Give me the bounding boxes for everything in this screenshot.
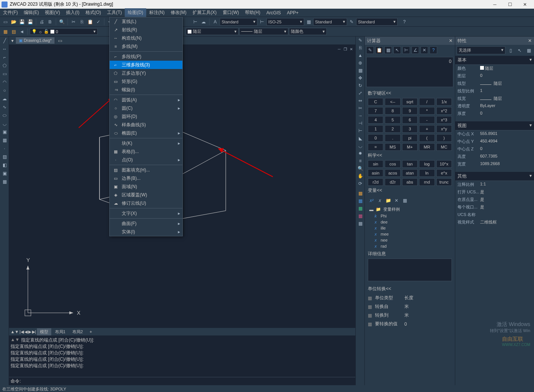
calc-angle-icon[interactable]: ∠ — [412, 46, 419, 54]
fillet-icon[interactable]: ◡ — [356, 142, 365, 150]
polygon-icon[interactable]: ⬠ — [0, 61, 9, 70]
erase-icon[interactable]: ✎ — [356, 37, 365, 44]
calc-key[interactable]: e^x — [436, 169, 452, 177]
calc-key[interactable]: x^2 — [436, 107, 452, 115]
maximize-button[interactable]: ☐ — [502, 0, 517, 9]
menu-item[interactable]: 视图(V) — [42, 8, 63, 17]
match-icon[interactable]: ✓ — [95, 18, 102, 26]
calc-key[interactable]: <-- — [385, 98, 400, 106]
calc-key[interactable]: C — [368, 98, 383, 106]
property-row[interactable]: 线宽随层 — [455, 95, 534, 103]
pan-icon[interactable]: ✋ — [356, 172, 365, 180]
menu-item[interactable]: 文件(F) — [0, 8, 21, 17]
var-edit-icon[interactable]: x — [376, 197, 384, 204]
menu-item[interactable]: ArcGIS — [263, 9, 284, 17]
point-icon[interactable]: · — [0, 144, 9, 153]
extend-icon[interactable]: → — [356, 112, 365, 119]
calc-key[interactable]: tan — [402, 160, 418, 168]
property-row[interactable]: 中心点 X555.8901 — [455, 130, 534, 138]
menu-item[interactable]: 工具(T) — [104, 8, 125, 17]
selection-combo[interactable]: 无选择 ▾ — [457, 46, 505, 54]
property-value[interactable]: 随层 — [480, 96, 532, 101]
unit-value[interactable]: 0 — [404, 322, 407, 327]
dim-style-icon[interactable]: ⊢ — [258, 18, 266, 26]
variable-row[interactable]: xnee — [368, 237, 452, 243]
calc-key[interactable]: 5 — [385, 116, 400, 124]
property-value[interactable]: 0 — [480, 73, 532, 79]
close-button[interactable]: ✕ — [517, 0, 532, 9]
property-row[interactable]: UCS 名称 — [455, 211, 534, 219]
calc-key[interactable]: 8 — [385, 107, 400, 115]
menu-row[interactable]: ↔构造线(N) — [110, 34, 182, 42]
quick-select-icon[interactable]: ▯ — [507, 47, 514, 54]
mirror-icon[interactable]: ▲ — [356, 52, 365, 59]
property-value[interactable]: 随层 — [480, 66, 532, 71]
calc-key[interactable]: 1/x — [436, 98, 452, 106]
calc-getpoint-icon[interactable]: ↖ — [393, 46, 401, 54]
properties-close-icon[interactable]: ✕ — [528, 38, 532, 43]
calc-key[interactable]: ( — [419, 134, 435, 142]
menu-row[interactable]: ☁修订云线(U) — [110, 199, 182, 207]
menu-row[interactable]: ⌐三维多段线(3) — [110, 61, 182, 69]
calc-key[interactable]: 9 — [402, 107, 418, 115]
property-row[interactable]: 宽度1089.2668 — [455, 161, 534, 168]
tab-model[interactable]: 模型 — [37, 328, 51, 335]
details-header[interactable]: 详细信息 — [365, 249, 455, 259]
calc-key[interactable]: abs — [402, 178, 418, 186]
menu-row[interactable]: ⌐多段线(P) — [110, 52, 182, 61]
menu-row[interactable]: 块(K)▸ — [110, 139, 182, 147]
menu-row[interactable]: ▭矩形(G) — [110, 77, 182, 86]
join-icon[interactable]: ⊢ — [356, 127, 365, 135]
calc-key[interactable]: / — [419, 98, 435, 106]
rectangle-icon[interactable]: ▭ — [0, 70, 9, 78]
tab-layout2[interactable]: 布局2 — [69, 328, 86, 335]
cmd-expand-icon[interactable]: ▲▼ — [11, 337, 20, 342]
prop-section-header[interactable]: 基本▾ — [455, 56, 534, 65]
document-tab[interactable]: ▣ Drawing1.dwg* — [16, 37, 55, 44]
palette4-icon[interactable]: ▦ — [356, 220, 365, 227]
menu-row[interactable]: ○圆(C)▸ — [110, 104, 182, 112]
variable-row[interactable]: xrad — [368, 243, 452, 249]
dim-icon[interactable]: ⊢ — [191, 18, 199, 26]
menu-item[interactable]: 窗口(W) — [220, 8, 242, 17]
calc-key[interactable]: cos — [385, 160, 400, 168]
line-icon[interactable]: ╱ — [0, 37, 9, 45]
cut-icon[interactable]: ✂ — [70, 18, 77, 26]
property-value[interactable]: 1 — [480, 88, 532, 94]
property-row[interactable]: 每个视口...是 — [455, 204, 534, 211]
calc-key[interactable]: trunc — [436, 178, 452, 186]
menu-row[interactable]: ╱直线(L) — [110, 17, 182, 26]
select-objects-icon[interactable]: ↖ — [516, 47, 523, 54]
unit-conversion-header[interactable]: 单位转换<< — [365, 284, 455, 294]
color-combo[interactable]: 随层 ▾ — [186, 28, 239, 35]
region-icon[interactable]: ▣ — [0, 169, 9, 178]
calc-key[interactable]: log — [419, 160, 435, 168]
spline-icon[interactable]: ∿ — [0, 103, 9, 111]
variable-row[interactable]: kPhi — [368, 213, 452, 219]
mdi-close-button[interactable]: ✕ — [349, 46, 354, 52]
calc-key[interactable]: sqrt — [402, 98, 418, 106]
new-icon[interactable]: ▭ — [2, 18, 9, 26]
property-row[interactable]: 注释比例1:1 — [455, 181, 534, 188]
calc-dist-icon[interactable]: ⊢ — [402, 46, 410, 54]
align-icon[interactable]: ≡ — [356, 157, 365, 165]
orbit-icon[interactable]: ⟳ — [356, 180, 365, 187]
calc-key[interactable]: = — [368, 143, 383, 151]
calc-key[interactable]: 3 — [402, 125, 418, 133]
tab-nav-next-icon[interactable]: ▶ — [28, 329, 31, 334]
variables-header[interactable]: 变量<< — [365, 186, 455, 195]
menu-item[interactable]: 修改(M) — [168, 8, 190, 17]
menu-item[interactable]: 帮助(H) — [242, 8, 263, 17]
calc-key[interactable]: ln — [419, 169, 435, 177]
insert-icon[interactable]: ▣ — [0, 128, 9, 136]
array-icon[interactable]: ▦ — [356, 67, 365, 74]
menu-row[interactable]: ≡多线(M) — [110, 42, 182, 51]
var-newfolder-icon[interactable]: 📁 — [384, 197, 392, 204]
mleader-style-icon[interactable]: ✎ — [348, 18, 355, 26]
property-value[interactable]: 随层 — [480, 81, 532, 86]
property-row[interactable]: 在原点显...是 — [455, 196, 534, 204]
paste-icon[interactable]: 📋 — [86, 18, 94, 26]
property-row[interactable]: 图层0 — [455, 72, 534, 80]
calc-key[interactable]: . — [385, 134, 400, 142]
calculator-close-icon[interactable]: ✕ — [449, 38, 453, 43]
